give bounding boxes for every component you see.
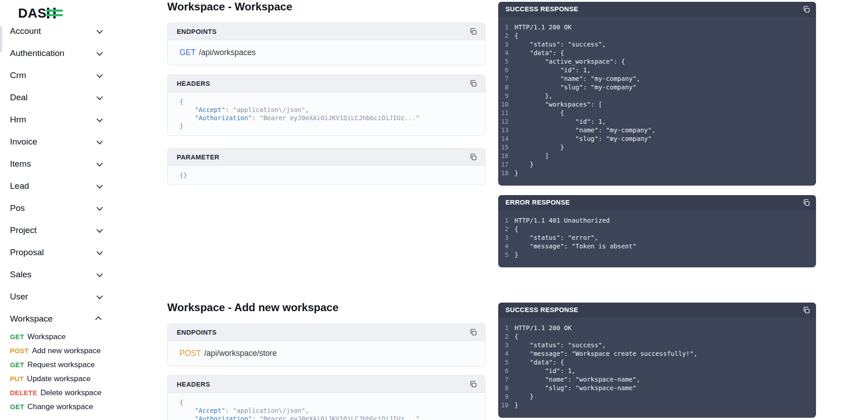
code-line: "Accept": "application\/json", (179, 106, 476, 114)
http-method-label: PUT (10, 375, 24, 383)
sidebar-item[interactable]: Crm (0, 64, 113, 86)
workspace-submenu-item[interactable]: PUT Update workspace (0, 372, 113, 386)
chevron-down-icon (96, 271, 103, 277)
code-text: "id": 1, (514, 117, 606, 126)
response-panel-header: ERROR RESPONSE (498, 195, 816, 210)
sidebar-item-label: Project (10, 225, 37, 235)
sidebar-item[interactable]: Deal (0, 86, 113, 108)
sidebar: DAS Account Authentication Crm (0, 0, 113, 420)
workspace-submenu-item[interactable]: DELETE Delete workspace (0, 386, 113, 400)
code-text: { (514, 332, 518, 341)
code-text: "status": "success", (514, 40, 606, 49)
line-number: 1 (498, 216, 514, 225)
copy-icon[interactable] (802, 306, 810, 314)
endpoint-row: POST/api/workspace/store (168, 341, 485, 366)
line-number: 8 (498, 384, 514, 392)
code-line: 9 }, (498, 92, 816, 100)
code-text: "data": { (514, 358, 564, 367)
code-text: } (179, 122, 183, 130)
http-method-label: GET (10, 403, 24, 411)
sidebar-item[interactable]: User (0, 285, 113, 308)
line-number: 7 (498, 75, 514, 83)
line-number: 2 (498, 332, 514, 341)
app-logo[interactable]: DAS (18, 6, 113, 20)
copy-icon[interactable] (802, 199, 810, 206)
sidebar-item[interactable]: Lead (0, 175, 113, 197)
line-number: 15 (498, 143, 514, 152)
workspace-submenu-item[interactable]: GET Request workspace (0, 358, 113, 372)
section-title: Workspace - Workspace (167, 0, 486, 14)
code-text: "id": 1, (514, 66, 591, 75)
code-text: } (514, 401, 518, 410)
card-header: HEADERS (168, 376, 485, 393)
sidebar-item-label: Items (10, 159, 31, 169)
code-text: "Accept": "application\/json", (179, 106, 309, 114)
http-method-label: GET (10, 333, 24, 341)
code-line: 11 { (498, 109, 816, 117)
line-number: 9 (498, 92, 514, 100)
code-line: 4 "data": { (498, 49, 816, 57)
copy-icon[interactable] (469, 153, 477, 161)
code-text: "Accept": "application\/json", (179, 406, 309, 415)
endpoints-card: ENDPOINTS GET/api/workspaces (167, 23, 486, 65)
code-text: "message": "Workspace create successfull… (514, 350, 698, 358)
line-number: 13 (498, 126, 514, 135)
sidebar-item[interactable]: Pos (0, 197, 113, 219)
parameter-code-block: {} (168, 166, 485, 185)
line-number: 6 (498, 367, 514, 375)
copy-icon[interactable] (469, 328, 477, 336)
response-panel-label: SUCCESS RESPONSE (505, 5, 578, 13)
code-line: 2{ (498, 225, 816, 233)
copy-icon[interactable] (802, 5, 810, 13)
code-text: "id": 1, (514, 367, 576, 375)
sidebar-item[interactable]: Proposal (0, 241, 113, 263)
workspace-submenu-item[interactable]: POST Add new workspace (0, 344, 113, 358)
sidebar-scrollbar-thumb[interactable] (0, 26, 2, 52)
sidebar-item[interactable]: Account (0, 20, 113, 42)
main-content: Workspace - Workspace ENDPOINTS GET/api/… (167, 0, 816, 420)
sidebar-item[interactable]: Sales (0, 263, 113, 285)
line-number: 3 (498, 40, 514, 49)
code-line: 16 ] (498, 152, 816, 160)
section-title: Workspace - Add new workspace (167, 301, 486, 314)
workspace-submenu-item[interactable]: GET Workspace (0, 330, 113, 344)
response-panel-header: SUCCESS RESPONSE (498, 2, 816, 17)
sidebar-item[interactable]: Hrm (0, 108, 113, 131)
line-number: 10 (498, 401, 514, 410)
code-line: 5 "data": { (498, 358, 816, 367)
workspace-submenu-item[interactable]: GET Change workspace (0, 400, 113, 414)
line-number: 2 (498, 32, 514, 40)
submenu-item-label: Request workspace (27, 360, 94, 369)
copy-icon[interactable] (469, 380, 477, 388)
sidebar-item[interactable]: Workspace (0, 308, 113, 330)
chevron-down-icon (96, 49, 103, 56)
chevron-down-icon (96, 293, 103, 299)
line-number: 2 (498, 225, 514, 233)
sidebar-item-label: Authentication (10, 48, 64, 58)
http-method-label: GET (10, 361, 24, 369)
copy-icon[interactable] (469, 28, 477, 35)
sidebar-item[interactable]: Invoice (0, 131, 113, 153)
card-header: ENDPOINTS (168, 324, 485, 341)
code-line: { (179, 398, 476, 406)
code-line: 3 "status": "error", (498, 233, 816, 242)
line-number: 3 (498, 233, 514, 242)
code-text: { (514, 32, 518, 40)
code-text: "Authorization": "Bearer eyJ0eXAiOiJKV1Q… (179, 114, 420, 122)
code-text: { (179, 98, 183, 106)
code-line: 4 "message": "Token is absent" (498, 242, 816, 251)
sidebar-item[interactable]: Authentication (0, 42, 113, 64)
workspace-submenu: GET Workspace POST Add new workspace GET… (0, 330, 113, 414)
success-response-panel: SUCCESS RESPONSE 1HTTP/1.1 200 OK2{3 "st… (498, 2, 816, 186)
headers-card: HEADERS { "Accept": "application\/json",… (167, 75, 486, 136)
sidebar-item[interactable]: Project (0, 219, 113, 241)
line-number: 5 (498, 358, 514, 367)
chevron-down-icon (96, 226, 103, 233)
code-text: ] (514, 152, 549, 160)
code-text: HTTP/1.1 200 OK (514, 324, 571, 332)
copy-icon[interactable] (469, 79, 477, 87)
sidebar-item[interactable]: Items (0, 153, 113, 175)
line-number: 14 (498, 135, 514, 143)
card-header-label: ENDPOINTS (177, 329, 217, 336)
success-response-panel: SUCCESS RESPONSE 1HTTP/1.1 200 OK2{3 "st… (498, 303, 816, 418)
